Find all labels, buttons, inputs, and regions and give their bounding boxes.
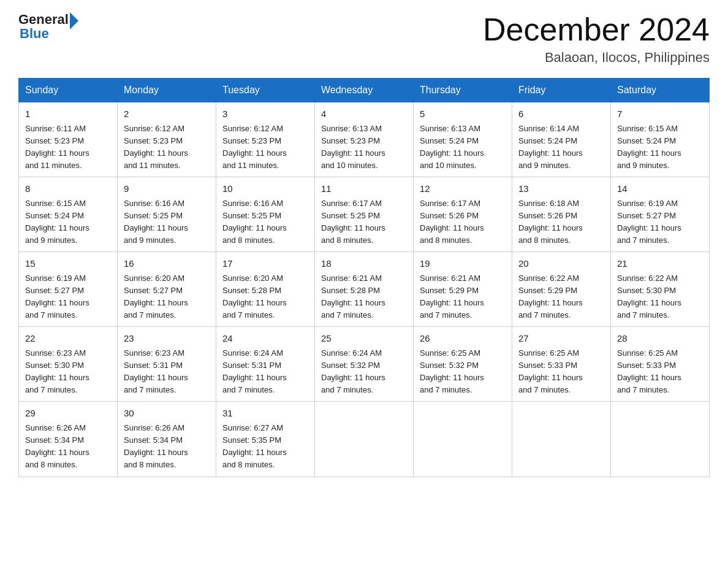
day-number: 2 — [124, 107, 210, 121]
day-info: Sunrise: 6:26 AMSunset: 5:34 PMDaylight:… — [124, 423, 188, 469]
calendar-cell — [315, 402, 414, 477]
calendar-header-row: SundayMondayTuesdayWednesdayThursdayFrid… — [19, 79, 710, 102]
day-number: 4 — [321, 107, 407, 121]
calendar-cell: 30 Sunrise: 6:26 AMSunset: 5:34 PMDaylig… — [118, 402, 216, 477]
day-number: 21 — [617, 257, 703, 271]
header-friday: Friday — [512, 79, 611, 102]
day-info: Sunrise: 6:22 AMSunset: 5:29 PMDaylight:… — [518, 274, 583, 320]
day-number: 25 — [321, 332, 407, 346]
calendar-cell: 14 Sunrise: 6:19 AMSunset: 5:27 PMDaylig… — [611, 177, 710, 252]
week-row-2: 8 Sunrise: 6:15 AMSunset: 5:24 PMDayligh… — [19, 177, 710, 252]
day-info: Sunrise: 6:25 AMSunset: 5:33 PMDaylight:… — [518, 348, 583, 394]
day-info: Sunrise: 6:21 AMSunset: 5:29 PMDaylight:… — [420, 274, 484, 320]
day-info: Sunrise: 6:23 AMSunset: 5:31 PMDaylight:… — [124, 348, 188, 394]
day-number: 19 — [420, 257, 506, 271]
calendar-cell: 19 Sunrise: 6:21 AMSunset: 5:29 PMDaylig… — [414, 252, 512, 327]
calendar-cell: 15 Sunrise: 6:19 AMSunset: 5:27 PMDaylig… — [19, 252, 118, 327]
day-number: 3 — [222, 107, 308, 121]
calendar-cell: 28 Sunrise: 6:25 AMSunset: 5:33 PMDaylig… — [611, 327, 710, 402]
week-row-3: 15 Sunrise: 6:19 AMSunset: 5:27 PMDaylig… — [19, 252, 710, 327]
calendar-cell: 20 Sunrise: 6:22 AMSunset: 5:29 PMDaylig… — [512, 252, 611, 327]
calendar-cell: 11 Sunrise: 6:17 AMSunset: 5:25 PMDaylig… — [315, 177, 414, 252]
day-number: 8 — [25, 182, 111, 196]
week-row-4: 22 Sunrise: 6:23 AMSunset: 5:30 PMDaylig… — [19, 327, 710, 402]
header-monday: Monday — [118, 79, 216, 102]
calendar-cell: 22 Sunrise: 6:23 AMSunset: 5:30 PMDaylig… — [19, 327, 118, 402]
page-header: General Blue December 2024 Balaoan, Iloc… — [18, 12, 710, 66]
day-number: 14 — [617, 182, 703, 196]
header-tuesday: Tuesday — [216, 79, 315, 102]
day-info: Sunrise: 6:16 AMSunset: 5:25 PMDaylight:… — [222, 199, 287, 245]
calendar-cell: 26 Sunrise: 6:25 AMSunset: 5:32 PMDaylig… — [414, 327, 512, 402]
calendar-cell: 13 Sunrise: 6:18 AMSunset: 5:26 PMDaylig… — [512, 177, 611, 252]
calendar-cell: 4 Sunrise: 6:13 AMSunset: 5:23 PMDayligh… — [315, 102, 414, 177]
title-section: December 2024 Balaoan, Ilocos, Philippin… — [483, 12, 710, 66]
header-thursday: Thursday — [414, 79, 512, 102]
day-info: Sunrise: 6:14 AMSunset: 5:24 PMDaylight:… — [518, 124, 583, 170]
day-number: 29 — [25, 407, 111, 421]
day-number: 11 — [321, 182, 407, 196]
calendar-cell: 12 Sunrise: 6:17 AMSunset: 5:26 PMDaylig… — [414, 177, 512, 252]
calendar-cell: 5 Sunrise: 6:13 AMSunset: 5:24 PMDayligh… — [414, 102, 512, 177]
logo-triangle-icon — [70, 12, 78, 29]
header-wednesday: Wednesday — [315, 79, 414, 102]
month-title: December 2024 — [483, 12, 710, 47]
day-number: 6 — [518, 107, 604, 121]
day-number: 7 — [617, 107, 703, 121]
day-number: 12 — [420, 182, 506, 196]
day-info: Sunrise: 6:12 AMSunset: 5:23 PMDaylight:… — [222, 124, 287, 170]
week-row-1: 1 Sunrise: 6:11 AMSunset: 5:23 PMDayligh… — [19, 102, 710, 177]
calendar-cell — [611, 402, 710, 477]
calendar-cell: 25 Sunrise: 6:24 AMSunset: 5:32 PMDaylig… — [315, 327, 414, 402]
day-info: Sunrise: 6:19 AMSunset: 5:27 PMDaylight:… — [617, 199, 681, 245]
calendar-cell: 17 Sunrise: 6:20 AMSunset: 5:28 PMDaylig… — [216, 252, 315, 327]
calendar-cell: 2 Sunrise: 6:12 AMSunset: 5:23 PMDayligh… — [118, 102, 216, 177]
day-info: Sunrise: 6:24 AMSunset: 5:32 PMDaylight:… — [321, 348, 385, 394]
day-info: Sunrise: 6:21 AMSunset: 5:28 PMDaylight:… — [321, 274, 385, 320]
week-row-5: 29 Sunrise: 6:26 AMSunset: 5:34 PMDaylig… — [19, 402, 710, 477]
day-info: Sunrise: 6:27 AMSunset: 5:35 PMDaylight:… — [222, 423, 287, 469]
calendar-cell: 18 Sunrise: 6:21 AMSunset: 5:28 PMDaylig… — [315, 252, 414, 327]
day-info: Sunrise: 6:26 AMSunset: 5:34 PMDaylight:… — [25, 423, 89, 469]
calendar-cell: 24 Sunrise: 6:24 AMSunset: 5:31 PMDaylig… — [216, 327, 315, 402]
calendar-cell — [512, 402, 611, 477]
day-number: 27 — [518, 332, 604, 346]
day-info: Sunrise: 6:15 AMSunset: 5:24 PMDaylight:… — [25, 199, 89, 245]
day-info: Sunrise: 6:16 AMSunset: 5:25 PMDaylight:… — [124, 199, 188, 245]
calendar-cell: 1 Sunrise: 6:11 AMSunset: 5:23 PMDayligh… — [19, 102, 118, 177]
day-number: 20 — [518, 257, 604, 271]
day-number: 15 — [25, 257, 111, 271]
calendar-cell: 31 Sunrise: 6:27 AMSunset: 5:35 PMDaylig… — [216, 402, 315, 477]
day-info: Sunrise: 6:20 AMSunset: 5:27 PMDaylight:… — [124, 274, 188, 320]
calendar-cell: 16 Sunrise: 6:20 AMSunset: 5:27 PMDaylig… — [118, 252, 216, 327]
day-number: 16 — [124, 257, 210, 271]
header-sunday: Sunday — [19, 79, 118, 102]
calendar-cell: 9 Sunrise: 6:16 AMSunset: 5:25 PMDayligh… — [118, 177, 216, 252]
logo-blue: Blue — [20, 27, 49, 40]
calendar-cell: 8 Sunrise: 6:15 AMSunset: 5:24 PMDayligh… — [19, 177, 118, 252]
day-number: 18 — [321, 257, 407, 271]
day-number: 9 — [124, 182, 210, 196]
day-number: 22 — [25, 332, 111, 346]
day-info: Sunrise: 6:24 AMSunset: 5:31 PMDaylight:… — [222, 348, 287, 394]
day-number: 10 — [222, 182, 308, 196]
calendar-cell: 27 Sunrise: 6:25 AMSunset: 5:33 PMDaylig… — [512, 327, 611, 402]
day-info: Sunrise: 6:17 AMSunset: 5:25 PMDaylight:… — [321, 199, 385, 245]
calendar-cell — [414, 402, 512, 477]
day-info: Sunrise: 6:20 AMSunset: 5:28 PMDaylight:… — [222, 274, 287, 320]
day-number: 13 — [518, 182, 604, 196]
location-title: Balaoan, Ilocos, Philippines — [483, 50, 710, 66]
day-number: 28 — [617, 332, 703, 346]
day-number: 30 — [124, 407, 210, 421]
calendar-cell: 3 Sunrise: 6:12 AMSunset: 5:23 PMDayligh… — [216, 102, 315, 177]
logo: General Blue — [18, 12, 78, 40]
day-number: 31 — [222, 407, 308, 421]
day-info: Sunrise: 6:23 AMSunset: 5:30 PMDaylight:… — [25, 348, 89, 394]
day-info: Sunrise: 6:15 AMSunset: 5:24 PMDaylight:… — [617, 124, 681, 170]
day-number: 17 — [222, 257, 308, 271]
calendar-cell: 23 Sunrise: 6:23 AMSunset: 5:31 PMDaylig… — [118, 327, 216, 402]
day-info: Sunrise: 6:12 AMSunset: 5:23 PMDaylight:… — [124, 124, 188, 170]
day-info: Sunrise: 6:25 AMSunset: 5:33 PMDaylight:… — [617, 348, 681, 394]
day-info: Sunrise: 6:19 AMSunset: 5:27 PMDaylight:… — [25, 274, 89, 320]
day-number: 26 — [420, 332, 506, 346]
